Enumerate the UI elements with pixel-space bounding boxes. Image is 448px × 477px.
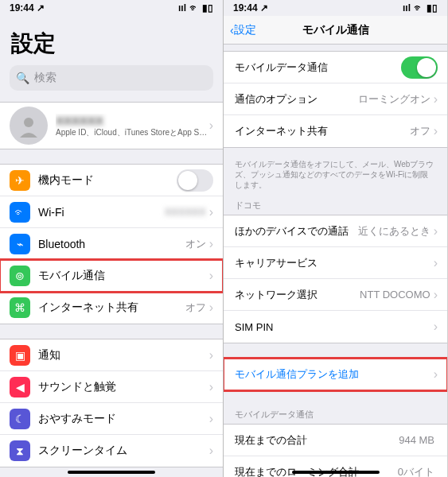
status-bar: 19:44 ↗ ıılᯤ▮▯ xyxy=(0,0,223,16)
chevron-right-icon: › xyxy=(209,380,213,394)
settings-cell[interactable]: インターネット共有オフ› xyxy=(224,115,447,147)
settings-cell[interactable]: 現在までの合計944 MB xyxy=(224,425,447,456)
cell-label: ネットワーク選択 xyxy=(235,288,360,302)
settings-cell[interactable]: モバイル通信プランを追加› xyxy=(224,359,447,390)
nav-bar: ‹ 設定 モバイル通信 xyxy=(224,16,447,45)
add-plan-group: モバイル通信プランを追加› xyxy=(224,358,447,391)
cell-icon: ☾ xyxy=(10,409,30,429)
settings-cell[interactable]: ネットワーク選択NTT DOCOMO› xyxy=(224,279,447,311)
settings-cell[interactable]: 通信のオプションローミングオン› xyxy=(224,83,447,115)
cell-label: 機内モード xyxy=(38,173,177,188)
settings-cell[interactable]: ほかのデバイスでの通話近くにあるとき› xyxy=(224,215,447,247)
section-header: ドコモ xyxy=(224,196,447,215)
cell-detail: オフ xyxy=(185,301,206,315)
home-indicator[interactable] xyxy=(68,471,155,474)
svg-point-0 xyxy=(24,118,33,127)
cell-detail: 近くにあるとき xyxy=(358,224,430,238)
connectivity-group: ✈︎機内モードᯤWi-FiXXXXXX›⌁Bluetoothオン›⊚モバイル通信… xyxy=(0,164,223,324)
chevron-right-icon: › xyxy=(434,124,438,138)
settings-cell[interactable]: ◀︎サウンドと触覚› xyxy=(0,371,223,403)
carrier-group: ほかのデバイスでの通話近くにあるとき›キャリアサービス›ネットワーク選択NTT … xyxy=(224,215,447,343)
cell-label: 通信のオプション xyxy=(235,92,358,107)
cell-label: ほかのデバイスでの通話 xyxy=(235,224,358,238)
chevron-right-icon: › xyxy=(434,224,438,238)
chevron-right-icon: › xyxy=(434,320,438,334)
search-input[interactable]: 🔍 検索 xyxy=(10,65,213,91)
chevron-right-icon: › xyxy=(209,348,213,363)
settings-cell[interactable]: SIM PIN› xyxy=(224,311,447,343)
settings-cell[interactable]: ✈︎機内モード xyxy=(0,165,223,196)
cell-label: インターネット共有 xyxy=(38,301,185,315)
settings-cell[interactable]: ⊚モバイル通信› xyxy=(0,260,223,292)
cell-label: スクリーンタイム xyxy=(38,444,209,458)
settings-cell[interactable]: ⌘インターネット共有オフ› xyxy=(0,292,223,324)
toggle-switch[interactable] xyxy=(401,56,438,79)
chevron-right-icon: › xyxy=(209,269,213,283)
cell-icon: ⌁ xyxy=(10,234,30,254)
chevron-right-icon: › xyxy=(209,205,213,219)
cellular-settings-screen: 19:44 ↗ ıılᯤ▮▯ ‹ 設定 モバイル通信 モバイルデータ通信通信のオ… xyxy=(224,0,447,477)
cell-detail: オン xyxy=(185,237,206,251)
settings-cell[interactable]: 現在までのローミング合計0バイト xyxy=(224,456,447,477)
cell-detail: NTT DOCOMO xyxy=(360,289,430,301)
cell-icon: ᯤ xyxy=(10,202,30,223)
back-button[interactable]: ‹ 設定 xyxy=(230,23,256,37)
page-title: 設定 xyxy=(0,16,223,65)
cell-detail: オフ xyxy=(410,124,430,138)
cell-icon: ◀︎ xyxy=(10,377,30,398)
settings-cell[interactable]: ▣通知› xyxy=(0,339,223,371)
cell-label: モバイルデータ通信 xyxy=(235,60,401,75)
chevron-right-icon: › xyxy=(434,367,438,382)
cell-icon: ⌘ xyxy=(10,297,30,318)
cell-label: SIM PIN xyxy=(235,321,434,333)
settings-cell[interactable]: ☾おやすみモード› xyxy=(0,403,223,435)
cell-detail: XXXXXX xyxy=(165,206,206,218)
settings-cell[interactable]: キャリアサービス› xyxy=(224,247,447,279)
chevron-right-icon: › xyxy=(209,301,213,315)
cell-icon: ⧗ xyxy=(10,440,30,461)
chevron-right-icon: › xyxy=(434,288,438,302)
chevron-right-icon: › xyxy=(209,118,213,133)
chevron-right-icon: › xyxy=(434,256,438,270)
section-header: モバイルデータ通信 xyxy=(224,405,447,424)
cell-detail: 944 MB xyxy=(399,434,434,446)
home-indicator[interactable] xyxy=(292,471,380,474)
settings-cell[interactable]: ⌁Bluetoothオン› xyxy=(0,228,223,260)
avatar xyxy=(10,107,48,145)
chevron-right-icon: › xyxy=(209,237,213,251)
cell-label: 通知 xyxy=(38,348,209,363)
cell-detail: 0バイト xyxy=(398,465,434,478)
chevron-right-icon: › xyxy=(209,412,213,426)
group-footer: モバイルデータ通信をオフにして、メール、Webブラウズ、プッシュ通知などのすべて… xyxy=(224,156,447,196)
apple-id-group: XXXXXX Apple ID、iCloud、iTunes StoreとApp … xyxy=(0,102,223,149)
usage-group: 現在までの合計944 MB現在までのローミング合計0バイトSpotify300 … xyxy=(224,424,447,477)
cell-label: 現在までの合計 xyxy=(235,433,399,448)
cell-icon: ⊚ xyxy=(10,266,30,286)
cell-label: サウンドと触覚 xyxy=(38,380,209,394)
notifications-group: ▣通知›◀︎サウンドと触覚›☾おやすみモード›⧗スクリーンタイム› xyxy=(0,339,223,467)
chevron-right-icon: › xyxy=(209,444,213,458)
cell-label: Bluetooth xyxy=(38,238,185,250)
status-bar: 19:44 ↗ ıılᯤ▮▯ xyxy=(224,0,447,16)
cellular-data-group: モバイルデータ通信通信のオプションローミングオン›インターネット共有オフ› xyxy=(224,51,447,148)
toggle-switch[interactable] xyxy=(177,169,213,192)
settings-cell[interactable]: ⧗スクリーンタイム› xyxy=(0,435,223,467)
chevron-right-icon: › xyxy=(434,92,438,107)
cell-label: モバイル通信 xyxy=(38,269,209,283)
nav-title: モバイル通信 xyxy=(302,23,369,37)
cell-icon: ✈︎ xyxy=(10,170,30,191)
cell-label: インターネット共有 xyxy=(235,124,410,138)
cell-icon: ▣ xyxy=(10,345,30,366)
settings-cell[interactable]: モバイルデータ通信 xyxy=(224,52,447,83)
apple-id-cell[interactable]: XXXXXX Apple ID、iCloud、iTunes StoreとApp … xyxy=(0,103,223,149)
settings-main-screen: 19:44 ↗ ıılᯤ▮▯ 設定 🔍 検索 XXXXXX Apple ID、i… xyxy=(0,0,224,477)
settings-cell[interactable]: ᯤWi-FiXXXXXX› xyxy=(0,196,223,228)
cell-label: おやすみモード xyxy=(38,412,209,426)
cell-detail: ローミングオン xyxy=(358,92,430,107)
cell-label: モバイル通信プランを追加 xyxy=(235,367,434,382)
cell-label: Wi-Fi xyxy=(38,206,165,219)
cell-label: キャリアサービス xyxy=(235,256,434,270)
search-icon: 🔍 xyxy=(16,72,29,84)
